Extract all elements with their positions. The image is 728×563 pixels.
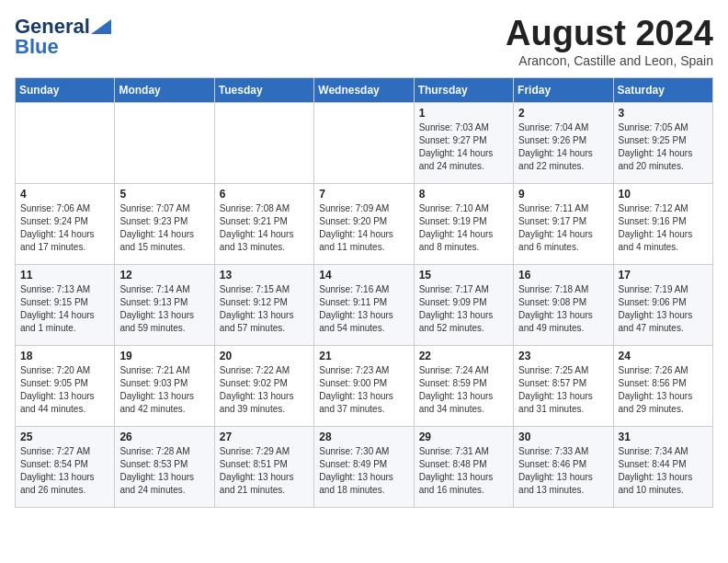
day-number: 3 <box>619 107 708 120</box>
day-info: Sunrise: 7:27 AM Sunset: 8:54 PM Dayligh… <box>20 445 109 497</box>
day-number: 5 <box>119 188 209 201</box>
calendar-cell: 31Sunrise: 7:34 AM Sunset: 8:44 PM Dayli… <box>613 426 712 507</box>
day-number: 9 <box>518 188 608 201</box>
day-number: 28 <box>319 431 408 443</box>
calendar-cell: 17Sunrise: 7:19 AM Sunset: 9:06 PM Dayli… <box>613 264 712 345</box>
day-info: Sunrise: 7:25 AM Sunset: 8:57 PM Dayligh… <box>518 364 608 416</box>
day-number: 20 <box>220 350 309 362</box>
day-info: Sunrise: 7:06 AM Sunset: 9:24 PM Dayligh… <box>20 202 109 254</box>
calendar-cell: 16Sunrise: 7:18 AM Sunset: 9:08 PM Dayli… <box>514 264 613 345</box>
calendar-cell: 11Sunrise: 7:13 AM Sunset: 9:15 PM Dayli… <box>16 264 115 345</box>
day-number: 25 <box>20 431 109 443</box>
day-number: 14 <box>319 269 408 282</box>
day-info: Sunrise: 7:23 AM Sunset: 9:00 PM Dayligh… <box>319 364 408 416</box>
day-number: 10 <box>619 188 708 201</box>
day-number: 31 <box>619 431 708 443</box>
day-info: Sunrise: 7:07 AM Sunset: 9:23 PM Dayligh… <box>119 202 209 254</box>
week-row-1: 1Sunrise: 7:03 AM Sunset: 9:27 PM Daylig… <box>16 102 713 183</box>
day-number: 17 <box>619 269 708 282</box>
day-info: Sunrise: 7:34 AM Sunset: 8:44 PM Dayligh… <box>619 445 708 497</box>
day-number: 4 <box>20 188 109 201</box>
day-number: 24 <box>619 350 708 362</box>
day-number: 19 <box>119 350 209 362</box>
day-info: Sunrise: 7:08 AM Sunset: 9:21 PM Dayligh… <box>220 202 309 254</box>
day-number: 18 <box>20 350 109 362</box>
week-row-2: 4Sunrise: 7:06 AM Sunset: 9:24 PM Daylig… <box>16 183 713 264</box>
calendar-cell: 14Sunrise: 7:16 AM Sunset: 9:11 PM Dayli… <box>314 264 414 345</box>
calendar-cell: 29Sunrise: 7:31 AM Sunset: 8:48 PM Dayli… <box>414 426 513 507</box>
day-number: 26 <box>119 431 209 443</box>
day-info: Sunrise: 7:09 AM Sunset: 9:20 PM Dayligh… <box>319 202 408 254</box>
col-header-monday: Monday <box>115 77 214 102</box>
day-number: 15 <box>419 269 508 282</box>
calendar-cell: 23Sunrise: 7:25 AM Sunset: 8:57 PM Dayli… <box>514 345 613 426</box>
day-info: Sunrise: 7:30 AM Sunset: 8:49 PM Dayligh… <box>319 445 408 497</box>
calendar-cell: 13Sunrise: 7:15 AM Sunset: 9:12 PM Dayli… <box>214 264 313 345</box>
day-info: Sunrise: 7:13 AM Sunset: 9:15 PM Dayligh… <box>20 283 109 335</box>
month-title: August 2024 <box>506 15 713 53</box>
calendar-cell: 18Sunrise: 7:20 AM Sunset: 9:05 PM Dayli… <box>16 345 115 426</box>
calendar-cell: 28Sunrise: 7:30 AM Sunset: 8:49 PM Dayli… <box>314 426 414 507</box>
col-header-thursday: Thursday <box>414 77 513 102</box>
day-info: Sunrise: 7:12 AM Sunset: 9:16 PM Dayligh… <box>619 202 708 254</box>
day-number: 7 <box>319 188 408 201</box>
day-info: Sunrise: 7:33 AM Sunset: 8:46 PM Dayligh… <box>518 445 608 497</box>
calendar-cell: 27Sunrise: 7:29 AM Sunset: 8:51 PM Dayli… <box>214 426 313 507</box>
header: General Blue August 2024 Arancon, Castil… <box>15 15 713 68</box>
day-info: Sunrise: 7:15 AM Sunset: 9:12 PM Dayligh… <box>220 283 309 335</box>
day-info: Sunrise: 7:10 AM Sunset: 9:19 PM Dayligh… <box>419 202 508 254</box>
calendar-cell <box>214 102 313 183</box>
day-info: Sunrise: 7:17 AM Sunset: 9:09 PM Dayligh… <box>419 283 508 335</box>
col-header-sunday: Sunday <box>16 77 115 102</box>
calendar-cell: 12Sunrise: 7:14 AM Sunset: 9:13 PM Dayli… <box>115 264 214 345</box>
calendar-cell: 2Sunrise: 7:04 AM Sunset: 9:26 PM Daylig… <box>514 102 613 183</box>
day-info: Sunrise: 7:03 AM Sunset: 9:27 PM Dayligh… <box>419 121 508 173</box>
day-info: Sunrise: 7:26 AM Sunset: 8:56 PM Dayligh… <box>619 364 708 416</box>
day-number: 2 <box>518 107 608 120</box>
calendar-cell: 19Sunrise: 7:21 AM Sunset: 9:03 PM Dayli… <box>115 345 214 426</box>
day-info: Sunrise: 7:22 AM Sunset: 9:02 PM Dayligh… <box>220 364 309 416</box>
logo-icon <box>91 19 111 34</box>
col-header-friday: Friday <box>514 77 613 102</box>
logo-blue: Blue <box>15 35 59 59</box>
calendar-header-row: SundayMondayTuesdayWednesdayThursdayFrid… <box>16 77 713 102</box>
col-header-tuesday: Tuesday <box>214 77 313 102</box>
day-number: 29 <box>419 431 508 443</box>
calendar-cell: 24Sunrise: 7:26 AM Sunset: 8:56 PM Dayli… <box>613 345 712 426</box>
location-subtitle: Arancon, Castille and Leon, Spain <box>506 53 713 68</box>
day-number: 23 <box>518 350 608 362</box>
calendar-cell: 5Sunrise: 7:07 AM Sunset: 9:23 PM Daylig… <box>115 183 214 264</box>
day-info: Sunrise: 7:04 AM Sunset: 9:26 PM Dayligh… <box>518 121 608 173</box>
day-number: 1 <box>419 107 508 120</box>
calendar-cell: 3Sunrise: 7:05 AM Sunset: 9:25 PM Daylig… <box>613 102 712 183</box>
calendar-cell: 8Sunrise: 7:10 AM Sunset: 9:19 PM Daylig… <box>414 183 513 264</box>
day-info: Sunrise: 7:14 AM Sunset: 9:13 PM Dayligh… <box>119 283 209 335</box>
calendar-cell: 7Sunrise: 7:09 AM Sunset: 9:20 PM Daylig… <box>314 183 414 264</box>
calendar-cell: 21Sunrise: 7:23 AM Sunset: 9:00 PM Dayli… <box>314 345 414 426</box>
week-row-5: 25Sunrise: 7:27 AM Sunset: 8:54 PM Dayli… <box>16 426 713 507</box>
calendar-cell: 6Sunrise: 7:08 AM Sunset: 9:21 PM Daylig… <box>214 183 313 264</box>
day-info: Sunrise: 7:24 AM Sunset: 8:59 PM Dayligh… <box>419 364 508 416</box>
day-number: 6 <box>220 188 309 201</box>
day-info: Sunrise: 7:29 AM Sunset: 8:51 PM Dayligh… <box>220 445 309 497</box>
calendar-cell: 30Sunrise: 7:33 AM Sunset: 8:46 PM Dayli… <box>514 426 613 507</box>
day-number: 30 <box>518 431 608 443</box>
calendar-cell: 22Sunrise: 7:24 AM Sunset: 8:59 PM Dayli… <box>414 345 513 426</box>
calendar-body: 1Sunrise: 7:03 AM Sunset: 9:27 PM Daylig… <box>16 102 713 507</box>
calendar-table: SundayMondayTuesdayWednesdayThursdayFrid… <box>15 77 713 508</box>
day-number: 13 <box>220 269 309 282</box>
week-row-4: 18Sunrise: 7:20 AM Sunset: 9:05 PM Dayli… <box>16 345 713 426</box>
week-row-3: 11Sunrise: 7:13 AM Sunset: 9:15 PM Dayli… <box>16 264 713 345</box>
day-info: Sunrise: 7:19 AM Sunset: 9:06 PM Dayligh… <box>619 283 708 335</box>
svg-marker-0 <box>91 19 111 34</box>
day-number: 21 <box>319 350 408 362</box>
day-info: Sunrise: 7:20 AM Sunset: 9:05 PM Dayligh… <box>20 364 109 416</box>
day-info: Sunrise: 7:11 AM Sunset: 9:17 PM Dayligh… <box>518 202 608 254</box>
day-number: 8 <box>419 188 508 201</box>
day-number: 27 <box>220 431 309 443</box>
day-info: Sunrise: 7:18 AM Sunset: 9:08 PM Dayligh… <box>518 283 608 335</box>
day-info: Sunrise: 7:16 AM Sunset: 9:11 PM Dayligh… <box>319 283 408 335</box>
calendar-cell <box>16 102 115 183</box>
calendar-cell: 9Sunrise: 7:11 AM Sunset: 9:17 PM Daylig… <box>514 183 613 264</box>
day-number: 11 <box>20 269 109 282</box>
